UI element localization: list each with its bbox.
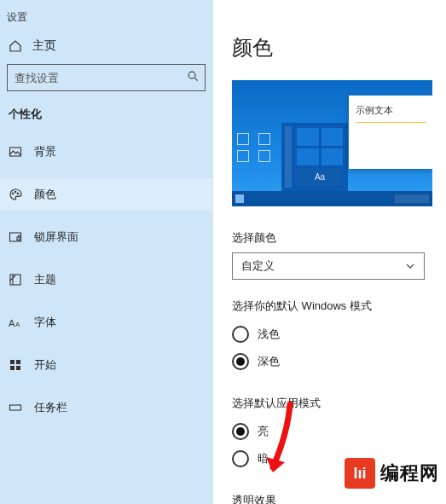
taskbar-icon [9,401,22,414]
settings-app: 设置 主页 个性化 背景颜色锁屏界面主题AA字体开始任务栏 颜色 [0,0,446,504]
desktop-icons [237,133,275,162]
sidebar: 设置 主页 个性化 背景颜色锁屏界面主题AA字体开始任务栏 [0,0,213,504]
radio-label: 暗 [258,451,269,466]
sidebar-home[interactable]: 主页 [0,33,212,64]
watermark: lıi 编程网 [345,458,439,489]
color-select-label: 选择颜色 [232,230,446,246]
sidebar-item-start[interactable]: 开始 [0,349,212,381]
page-title: 颜色 [232,34,446,61]
app-mode-group-option[interactable]: 亮 [232,418,446,445]
transparency-label: 透明效果 [232,493,446,504]
sidebar-item-label: 字体 [34,315,56,330]
sidebar-item-palette[interactable]: 颜色 [0,178,212,211]
radio-icon [232,450,249,467]
sidebar-item-lockscreen[interactable]: 锁屏界面 [0,221,212,253]
svg-text:A: A [9,318,15,328]
svg-rect-6 [17,237,20,240]
palette-icon [9,188,22,201]
windows-mode-group: 浅色深色 [232,321,446,375]
svg-point-2 [12,193,14,194]
lockscreen-icon [9,230,22,244]
radio-icon [232,423,249,440]
svg-rect-11 [16,360,20,364]
windows-mode-label: 选择你的默认 Windows 模式 [232,298,446,314]
theme-icon [9,273,22,287]
search-wrap [7,64,206,91]
color-select-value: 自定义 [241,258,275,274]
sidebar-item-label: 开始 [34,357,56,373]
svg-point-0 [188,72,195,78]
windows-mode-group-option[interactable]: 深色 [232,348,446,375]
home-icon [9,39,22,53]
svg-rect-12 [10,366,14,370]
app-title: 设置 [0,10,212,33]
main-panel: 颜色 Aa 示例文本 选择颜色 自定义 [213,0,446,504]
svg-rect-7 [10,275,20,285]
radio-label: 亮 [258,424,269,439]
preview-startmenu: Aa [281,123,348,191]
color-select[interactable]: 自定义 [232,252,425,280]
svg-rect-10 [10,360,14,364]
sidebar-item-label: 主题 [34,272,56,287]
preview-window: 示例文本 [349,96,432,169]
preview-window-text: 示例文本 [356,105,393,115]
radio-icon [232,326,249,343]
preview-thumbnail: Aa 示例文本 [232,80,432,206]
sidebar-item-picture[interactable]: 背景 [0,136,212,168]
font-icon: AA [9,316,22,329]
sidebar-home-label: 主页 [32,38,56,54]
sidebar-item-label: 锁屏界面 [34,229,78,245]
sidebar-item-label: 任务栏 [34,400,67,415]
svg-rect-14 [10,405,21,410]
svg-point-3 [14,191,16,193]
start-icon [9,358,22,372]
sidebar-item-taskbar[interactable]: 任务栏 [0,391,212,424]
watermark-badge: lıi [345,458,375,489]
sidebar-item-theme[interactable]: 主题 [0,264,212,296]
picture-icon [9,145,22,159]
sidebar-item-label: 背景 [34,144,56,159]
search-icon [187,70,199,85]
radio-label: 浅色 [258,327,280,342]
section-header: 个性化 [0,103,212,136]
svg-point-4 [17,193,19,194]
preview-tile-aa: Aa [297,168,343,186]
search-input[interactable] [7,64,206,91]
radio-icon [232,353,249,370]
preview-taskbar [232,191,432,206]
radio-label: 深色 [258,354,280,369]
svg-rect-13 [16,366,20,370]
chevron-down-icon [405,261,415,271]
sidebar-item-label: 颜色 [34,187,56,202]
app-mode-label: 选择默认应用模式 [232,396,446,411]
watermark-text: 编程网 [380,461,439,486]
windows-mode-group-option[interactable]: 浅色 [232,321,446,348]
svg-text:A: A [15,321,20,328]
sidebar-item-font[interactable]: AA字体 [0,306,212,339]
svg-rect-1 [10,148,21,156]
